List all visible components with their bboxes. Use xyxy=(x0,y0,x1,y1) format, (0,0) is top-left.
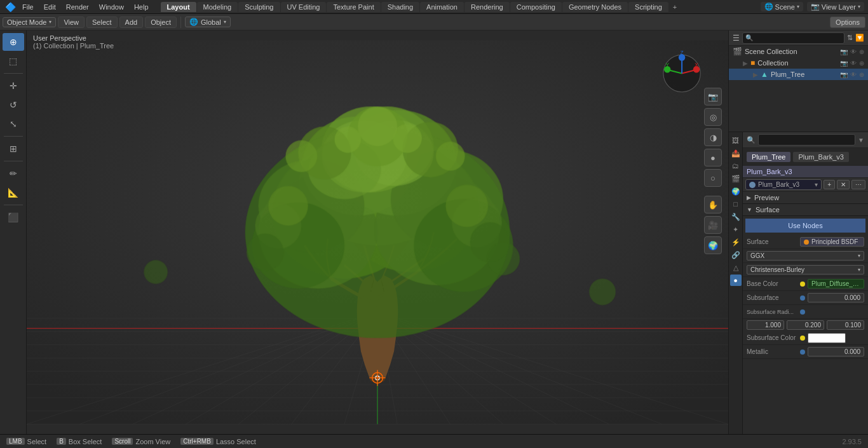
extra-material-button[interactable]: ⋯ xyxy=(851,180,865,189)
physics-props-icon[interactable]: ⚡ xyxy=(730,236,742,248)
tab-modeling[interactable]: Modeling xyxy=(197,2,238,12)
tab-sculpting[interactable]: Sculpting xyxy=(238,2,280,12)
copy-material-button[interactable]: + xyxy=(824,180,835,189)
subsurface-b-value[interactable]: 0.100 xyxy=(827,320,864,330)
tree-camera-icon[interactable]: 📷 xyxy=(840,71,848,78)
plum-tree-slot[interactable]: Plum_Tree xyxy=(747,152,790,162)
view-layer-selector[interactable]: 📷 View Layer ▾ xyxy=(807,2,864,11)
add-workspace-button[interactable]: + xyxy=(669,2,681,12)
annotate-icon[interactable]: ✏ xyxy=(3,165,24,182)
outliner-search-input[interactable] xyxy=(742,32,844,44)
material-search-input[interactable] xyxy=(758,134,855,146)
material-search-icon[interactable]: 🔍 xyxy=(747,136,756,144)
tab-texture-paint[interactable]: Texture Paint xyxy=(327,2,380,12)
menu-file[interactable]: File xyxy=(18,2,38,12)
object-button[interactable]: Object xyxy=(145,17,177,28)
tree-eye-icon[interactable]: 👁 xyxy=(850,71,857,78)
subsurface-radius-dot-icon[interactable] xyxy=(800,309,805,315)
constraints-props-icon[interactable]: 🔗 xyxy=(730,249,742,261)
plum-bark-slot[interactable]: Plum_Bark_v3 xyxy=(793,152,849,162)
tab-rendering[interactable]: Rendering xyxy=(465,2,510,12)
tab-shading[interactable]: Shading xyxy=(381,2,419,12)
menu-help[interactable]: Help xyxy=(130,2,153,12)
blender-logo-icon[interactable]: 🔷 xyxy=(4,1,17,13)
cursor-tool-icon[interactable]: ⊕ xyxy=(3,33,24,51)
new-material-button[interactable]: ✕ xyxy=(837,180,850,189)
hand-icon[interactable]: ✋ xyxy=(704,196,722,214)
viewport-canvas[interactable]: X Y Z xyxy=(27,31,728,434)
world-icon[interactable]: 🌍 xyxy=(704,236,722,254)
outliner-filter-icon[interactable]: ☰ xyxy=(733,34,740,43)
outliner-scene-collection[interactable]: 🎬 Scene Collection 📷 👁 ⊕ xyxy=(729,46,868,57)
subsurface-method-dropdown[interactable]: Christensen-Burley ▾ xyxy=(747,265,864,275)
select-button[interactable]: Select xyxy=(86,17,118,28)
scene-props-icon[interactable]: 🎬 xyxy=(730,173,742,184)
solid-mode-icon[interactable]: ● xyxy=(704,149,722,166)
select-box-icon[interactable]: ⬚ xyxy=(3,52,24,70)
base-color-file[interactable]: Plum_Diffuse_v3.png xyxy=(808,279,864,288)
outliner-collection[interactable]: ▶ ■ Collection 📷 👁 ⊕ xyxy=(729,57,868,69)
subsurface-g-value[interactable]: 0.200 xyxy=(787,320,824,330)
subsurface-color-dot-icon[interactable] xyxy=(800,336,805,341)
menu-window[interactable]: Window xyxy=(95,2,128,12)
world-props-icon[interactable]: 🌍 xyxy=(730,186,742,197)
material-props-icon[interactable]: ● xyxy=(730,275,742,286)
surface-shader-dropdown[interactable]: Principled BSDF xyxy=(800,237,864,247)
material-preview-icon[interactable]: ◑ xyxy=(704,128,722,146)
rotate-tool-icon[interactable]: ↺ xyxy=(3,96,24,114)
subsurface-r-value[interactable]: 1.000 xyxy=(747,320,784,330)
modifier-props-icon[interactable]: 🔧 xyxy=(730,211,742,222)
tree-select-icon[interactable]: ⊕ xyxy=(859,71,864,78)
measure-icon[interactable]: 📐 xyxy=(3,184,24,201)
view-layer-props-icon[interactable]: 🗂 xyxy=(730,160,742,172)
use-nodes-button[interactable]: Use Nodes xyxy=(745,219,865,233)
scene-selector[interactable]: 🌐 Scene ▾ xyxy=(761,2,803,11)
metallic-dot-icon[interactable] xyxy=(800,350,805,355)
tab-uv-editing[interactable]: UV Editing xyxy=(281,2,327,12)
expand-arrow-icon[interactable]: ▶ xyxy=(743,60,748,67)
tab-scripting[interactable]: Scripting xyxy=(628,2,668,12)
viewport[interactable]: User Perspective (1) Collection | Plum_T… xyxy=(27,31,728,434)
select-icon[interactable]: ⊕ xyxy=(859,48,864,55)
tab-compositing[interactable]: Compositing xyxy=(510,2,562,12)
collection-eye-icon[interactable]: 👁 xyxy=(850,60,857,67)
transform-tool-icon[interactable]: ⊞ xyxy=(3,140,24,158)
outliner-plum-tree[interactable]: ▶ ▲ Plum_Tree 📷 👁 ⊕ xyxy=(729,69,868,80)
options-button[interactable]: Options xyxy=(830,17,865,28)
object-data-props-icon[interactable]: △ xyxy=(730,262,742,273)
mode-selector[interactable]: Object Mode ▾ xyxy=(3,17,56,27)
camera-vis-icon[interactable]: 📷 xyxy=(840,48,848,55)
object-props-icon[interactable]: □ xyxy=(730,198,742,210)
metallic-value[interactable]: 0.000 xyxy=(808,347,864,356)
add-cube-icon[interactable]: ⬛ xyxy=(3,208,24,226)
eye-icon[interactable]: 👁 xyxy=(850,48,857,55)
surface-section-header[interactable]: ▼ Surface xyxy=(743,204,868,216)
add-button[interactable]: Add xyxy=(119,17,144,28)
outliner-sort-icon[interactable]: ⇅ xyxy=(847,34,853,42)
collection-camera-icon[interactable]: 📷 xyxy=(840,60,848,67)
transform-selector[interactable]: 🌐 Global ▾ xyxy=(185,17,231,27)
output-props-icon[interactable]: 📤 xyxy=(730,147,742,159)
filter-icon[interactable]: ▼ xyxy=(858,137,864,144)
collection-select-icon[interactable]: ⊕ xyxy=(859,60,864,67)
render-mode-icon[interactable]: ◎ xyxy=(704,108,722,126)
particles-props-icon[interactable]: ✦ xyxy=(730,224,742,235)
camera-view-icon[interactable]: 🎥 xyxy=(704,216,722,234)
move-tool-icon[interactable]: ✛ xyxy=(3,77,24,95)
material-name-dropdown[interactable]: Plum_Bark_v3 ▾ xyxy=(745,179,822,190)
menu-render[interactable]: Render xyxy=(62,2,93,12)
menu-edit[interactable]: Edit xyxy=(39,2,60,12)
subsurface-dot-icon[interactable] xyxy=(800,295,805,301)
subsurface-value[interactable]: 0.000 xyxy=(808,293,864,302)
subsurface-color-swatch[interactable] xyxy=(808,333,846,343)
tab-layout[interactable]: Layout xyxy=(161,2,196,12)
outliner-filter-icon-2[interactable]: 🔽 xyxy=(855,34,864,42)
tab-animation[interactable]: Animation xyxy=(420,2,464,12)
expand-arrow-icon-2[interactable]: ▶ xyxy=(753,71,758,78)
preview-section-header[interactable]: ▶ Preview xyxy=(743,192,868,204)
base-color-dot-icon[interactable] xyxy=(800,282,805,287)
scale-tool-icon[interactable]: ⤡ xyxy=(3,115,24,133)
render-props-icon[interactable]: 🖼 xyxy=(730,135,742,146)
view-button[interactable]: View xyxy=(58,17,85,28)
tab-geometry-nodes[interactable]: Geometry Nodes xyxy=(562,2,628,12)
